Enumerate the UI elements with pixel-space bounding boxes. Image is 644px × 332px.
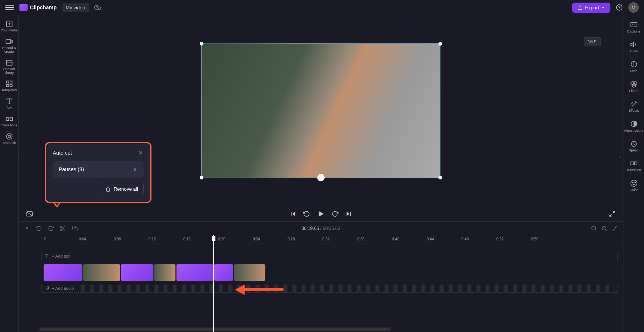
speed-icon [630,140,638,147]
resize-handle-br[interactable] [438,176,442,179]
rightbar-item-adjust-colors[interactable]: Adjust colors [624,117,644,135]
video-clip[interactable] [214,264,233,281]
export-button[interactable]: Export [572,3,610,13]
ruler-tick: 0:12 [148,237,156,241]
svg-point-20 [6,134,12,139]
sidebar-item-templates[interactable]: Templates [1,78,18,95]
zoom-out-icon[interactable] [591,225,597,231]
redo-icon[interactable] [48,225,54,231]
svg-line-48 [613,229,614,231]
svg-line-0 [96,6,100,10]
video-clip[interactable] [43,264,83,281]
resize-handle-tr[interactable] [438,42,442,46]
video-clip[interactable] [154,264,176,281]
fade-icon [630,61,638,68]
ruler-tick: 0:20 [218,237,225,241]
sidebar-item-brand-kit[interactable]: Brand kit [1,130,18,147]
svg-line-47 [615,226,617,228]
text-track[interactable]: + Add text [41,251,618,261]
svg-rect-13 [6,84,9,87]
scissors-icon[interactable] [60,225,66,231]
zoom-in-icon[interactable] [601,225,607,231]
playhead-handle[interactable] [212,236,215,241]
ruler-tick: 0:52 [496,237,503,241]
palette-icon [630,179,638,187]
library-icon [6,59,13,67]
sidebar-item-text[interactable]: Text [1,95,18,112]
resize-handle-bl[interactable] [200,176,203,179]
rightbar-item-fade[interactable]: Fade [624,58,644,76]
effects-icon [630,100,638,108]
svg-marker-30 [347,212,350,216]
sidebar-label: Transitions [1,124,18,127]
rightbar-item-effects[interactable]: Effects [624,97,644,116]
sidebar-item-transitions[interactable]: Transitions [1,113,18,130]
video-clip[interactable] [176,264,214,281]
autocut-title: Auto cut [53,150,72,156]
safe-zone-button[interactable] [26,210,33,217]
timeline[interactable]: 0 0:04 0:08 0:12 0:16 0:20 0:24 0:28 0:3… [19,235,623,332]
sparkle-icon[interactable] [24,225,30,231]
rotate-handle-icon[interactable] [317,174,325,181]
remove-all-button[interactable]: Remove all [100,183,144,195]
skip-back-button[interactable] [290,210,297,217]
resize-handle-tl[interactable] [200,42,203,46]
rightbar-item-transition[interactable]: Transition [624,157,644,175]
svg-rect-12 [10,81,12,83]
brand-icon [6,133,13,140]
project-name[interactable]: My video [62,3,89,12]
horizontal-scrollbar[interactable] [39,328,391,331]
sidebar-item-content-library[interactable]: Content library [1,57,18,77]
rewind-button[interactable] [303,210,310,217]
ruler-tick: 0:44 [427,237,434,241]
plus-box-icon [6,20,13,28]
rightbar-item-color[interactable]: Color [624,176,644,195]
menu-button[interactable] [5,3,14,12]
play-button[interactable] [317,210,325,218]
svg-line-44 [605,230,607,231]
sidebar-item-your-media[interactable]: Your media [1,18,18,35]
video-preview[interactable] [201,43,441,178]
skip-forward-button[interactable] [345,210,352,217]
copy-icon[interactable] [72,225,78,231]
templates-icon [6,80,13,87]
camera-icon [6,38,13,45]
contrast-icon [630,120,638,127]
video-clip[interactable] [83,264,120,281]
cloud-sync-icon [94,4,101,11]
collapse-rightbar-chevron-icon[interactable] [619,153,623,161]
svg-point-50 [45,289,46,290]
rightbar-item-filters[interactable]: Filters [624,77,644,96]
video-track[interactable] [41,264,618,282]
playhead[interactable] [213,235,214,332]
rightbar-item-audio[interactable]: Audio [624,38,644,56]
ruler-tick: 0:28 [288,237,295,241]
rightbar-item-captions[interactable]: Captions [624,18,644,36]
forward-button[interactable] [332,210,338,217]
rightbar-item-speed[interactable]: Speed [624,137,644,155]
ruler-tick: 0:04 [79,237,86,241]
fit-icon[interactable] [612,225,618,231]
topbar-left: Clipchamp My video [5,3,101,12]
fullscreen-button[interactable] [609,210,616,217]
sidebar-item-record[interactable]: Record & create [1,36,18,56]
close-icon[interactable] [138,150,144,156]
brand-logo[interactable]: Clipchamp [19,4,57,11]
autocut-pauses-item[interactable]: Pauses (3) [53,161,144,178]
undo-icon[interactable] [36,225,42,231]
video-clip[interactable] [121,264,154,281]
help-button[interactable] [614,2,625,13]
pauses-label: Pauses (3) [59,166,84,172]
user-avatar[interactable]: M [628,2,639,13]
aspect-ratio-badge[interactable]: 16:9 [584,37,601,46]
svg-rect-8 [6,39,10,44]
svg-line-41 [595,230,596,231]
svg-rect-39 [74,228,77,231]
timeline-ruler[interactable]: 0 0:04 0:08 0:12 0:16 0:20 0:24 0:28 0:3… [19,235,623,243]
video-clip[interactable] [234,264,266,281]
svg-marker-7 [10,40,13,43]
timeline-toolbar: 00:19.65 / 00:25.63 [19,221,623,235]
transition-icon [630,160,638,167]
audio-track[interactable]: + Add audio [41,284,618,293]
svg-rect-62 [631,162,633,165]
